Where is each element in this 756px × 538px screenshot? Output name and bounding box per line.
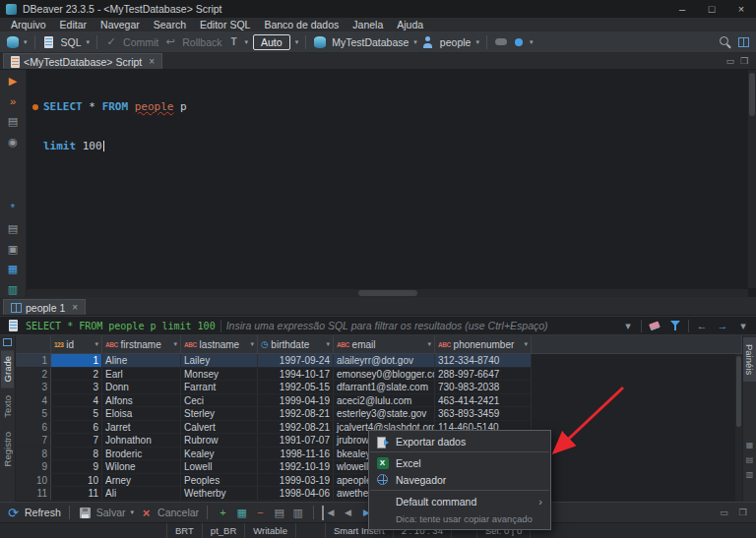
menu-bar-item[interactable]: Arquivo	[4, 19, 53, 30]
column-filter-caret-icon[interactable]: ▾	[524, 340, 528, 348]
copy-doc-icon[interactable]: ▣	[6, 242, 21, 257]
menu-item-browser[interactable]: Navegador	[369, 471, 550, 488]
cell-lastname[interactable]: Sterley	[181, 407, 258, 421]
cell-lastname[interactable]: Monsey	[181, 368, 258, 382]
status-access-mode[interactable]: Writable	[244, 523, 296, 538]
explain-plan-icon[interactable]: ▤	[6, 115, 21, 130]
maximize-button[interactable]: □	[697, 0, 726, 18]
maximize-panel-icon[interactable]: ❒	[740, 56, 748, 66]
previous-row-icon[interactable]: ◀	[341, 506, 355, 520]
cloud-icon[interactable]	[493, 34, 509, 50]
cell-phonenumber[interactable]: 463-414-2421	[435, 394, 532, 408]
cell-lastname[interactable]: Rubrow	[181, 434, 258, 448]
cell-birthdate[interactable]: 1999-03-19	[258, 474, 334, 488]
filter-apply-icon[interactable]	[667, 318, 683, 333]
cell-lastname[interactable]: Peoples	[181, 474, 258, 488]
cell-birthdate[interactable]: 1999-04-19	[258, 394, 334, 408]
cancel-icon[interactable]: ×	[139, 506, 154, 520]
panel-toggle-icon[interactable]: ▭	[717, 506, 731, 520]
column-header[interactable]: ABC lastname ▾	[181, 335, 258, 353]
cell-id[interactable]: 5	[51, 407, 102, 421]
rollback-icon[interactable]: ↩	[162, 34, 178, 50]
database-selector[interactable]: MyTestDatabase	[332, 36, 409, 48]
cell-birthdate[interactable]: 1992-08-21	[258, 407, 334, 421]
edit-value-icon[interactable]: ▤	[272, 506, 286, 520]
cell-lastname[interactable]: Lowell	[181, 460, 258, 474]
filter-clear-icon[interactable]	[647, 318, 662, 333]
cancel-button[interactable]: Cancelar	[158, 507, 199, 518]
commit-icon[interactable]: ✓	[103, 34, 119, 50]
cell-phonenumber[interactable]: 312-334-8740	[435, 354, 532, 368]
auto-commit-button[interactable]: Auto	[253, 34, 290, 50]
column-header[interactable]: ◷ birthdate ▾	[258, 335, 334, 353]
tasks-icon[interactable]	[511, 34, 527, 50]
column-filter-caret-icon[interactable]: ▾	[427, 340, 431, 348]
menu-item-export-data[interactable]: Exportar dados	[369, 433, 550, 449]
search-icon[interactable]	[718, 34, 733, 50]
grid-vertical-scrollbar[interactable]	[735, 354, 742, 502]
database-caret-icon[interactable]: ▾	[413, 38, 417, 46]
row-number[interactable]: 1	[16, 354, 51, 368]
preview-icon[interactable]: ◉	[6, 135, 21, 149]
row-number[interactable]: 4	[16, 394, 51, 408]
cell-email[interactable]: dfarrant1@slate.com	[334, 381, 435, 394]
templates-icon[interactable]: *	[6, 201, 21, 215]
cell-id[interactable]: 8	[51, 448, 102, 461]
table-row[interactable]: 5 5 Eloisa Sterley 1992-08-21 esterley3@…	[16, 407, 742, 421]
cell-id[interactable]: 11	[51, 487, 102, 501]
tab-close-icon[interactable]: ×	[72, 302, 78, 313]
cell-email[interactable]: emonsey0@blogger.com	[334, 368, 435, 382]
cell-firstname[interactable]: Johnathon	[102, 434, 181, 448]
transaction-caret-icon[interactable]: ▾	[245, 38, 249, 46]
save-icon[interactable]	[78, 506, 93, 520]
delete-row-icon[interactable]: −	[253, 506, 268, 520]
cell-lastname[interactable]: Farrant	[181, 381, 258, 394]
cell-id[interactable]: 9	[51, 460, 102, 474]
cell-firstname[interactable]: Wilone	[102, 460, 181, 474]
duplicate-row-icon[interactable]: ▦	[234, 506, 249, 520]
menu-item-default-command[interactable]: Default command ›	[369, 493, 550, 509]
sql-editor-icon[interactable]	[41, 34, 57, 50]
grouping-icon[interactable]: ▥	[290, 506, 305, 520]
tab-close-icon[interactable]: ×	[149, 56, 155, 67]
panels-tab[interactable]: Painéis	[743, 337, 756, 382]
column-filter-caret-icon[interactable]: ▾	[250, 340, 254, 348]
cell-email[interactable]: alaileyrr@dot.gov	[334, 354, 435, 368]
filter-history-back-icon[interactable]: ←	[694, 318, 710, 333]
cell-firstname[interactable]: Arney	[102, 474, 181, 488]
row-number[interactable]: 3	[16, 381, 51, 394]
panel-layout-icon[interactable]: ❒	[735, 506, 750, 520]
grid-view-icon[interactable]	[735, 34, 751, 50]
table-row[interactable]: 1 1 Aline Lailey 1997-09-24 alaileyrr@do…	[16, 354, 742, 368]
column-filter-caret-icon[interactable]: ▾	[94, 340, 98, 348]
cell-firstname[interactable]: Jarret	[102, 421, 181, 435]
tasks-caret-icon[interactable]: ▾	[530, 38, 534, 46]
menu-bar-item[interactable]: Search	[147, 19, 193, 30]
cell-id[interactable]: 4	[51, 394, 102, 408]
execute-statement-icon[interactable]: ▶	[6, 74, 21, 89]
cell-birthdate[interactable]: 1992-08-21	[258, 421, 334, 435]
row-number[interactable]: 10	[16, 474, 51, 488]
cell-lastname[interactable]: Calvert	[181, 421, 258, 435]
cell-id[interactable]: 1	[51, 354, 102, 368]
refresh-icon[interactable]: ⟳	[6, 506, 21, 520]
cell-birthdate[interactable]: 1997-09-24	[258, 354, 334, 368]
cell-id[interactable]: 10	[51, 474, 102, 488]
add-row-icon[interactable]: +	[216, 506, 230, 520]
sql-dropdown[interactable]: SQL	[61, 36, 82, 48]
save-button[interactable]: Salvar	[96, 507, 126, 518]
log-panel-icon[interactable]: ▥	[6, 282, 21, 297]
commit-button[interactable]: Commit	[123, 36, 158, 48]
cell-lastname[interactable]: Wetherby	[181, 487, 258, 501]
filter-input[interactable]	[226, 320, 615, 331]
row-number[interactable]: 9	[16, 460, 51, 474]
minimize-panel-icon[interactable]: ▭	[725, 56, 734, 66]
cell-id[interactable]: 2	[51, 368, 102, 382]
cell-lastname[interactable]: Kealey	[181, 448, 258, 461]
sql-table-name[interactable]: people	[135, 100, 174, 113]
row-number[interactable]: 7	[16, 434, 51, 448]
menu-bar-item[interactable]: Editor SQL	[193, 19, 257, 30]
results-view-tab[interactable]: Grade	[1, 350, 14, 388]
table-row[interactable]: 4 4 Alfons Ceci 1999-04-19 aceci2@lulu.c…	[16, 394, 742, 408]
transaction-mode-icon[interactable]: T	[226, 34, 242, 50]
